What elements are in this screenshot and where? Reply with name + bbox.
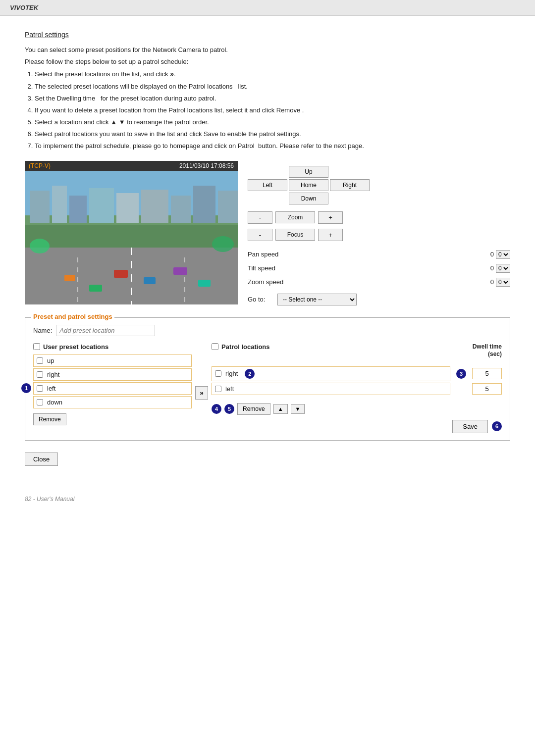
zoom-row: - Zoom +: [248, 211, 510, 224]
patrol-up-arrow-button[interactable]: ▲: [273, 404, 288, 414]
close-button[interactable]: Close: [25, 453, 58, 466]
pan-speed-value: 0 0123: [474, 250, 510, 259]
camera-header: (TCP-V) 2011/03/10 17:08:56: [25, 161, 238, 171]
instructions: You can select some preset positions for…: [25, 45, 510, 152]
svg-rect-6: [89, 188, 114, 223]
item-left-label: left: [47, 385, 55, 392]
save-row: Save 6: [212, 420, 502, 433]
user-col-header: User preset locations: [33, 343, 192, 351]
zoom-speed-row: Zoom speed 0 0123: [248, 278, 510, 287]
item-left-checkbox[interactable]: [37, 385, 43, 392]
tilt-speed-select[interactable]: 0123: [496, 264, 510, 273]
patrol-right-checkbox[interactable]: [215, 370, 221, 377]
svg-rect-7: [116, 193, 139, 223]
preset-columns: 1 User preset locations up right le: [33, 343, 502, 433]
camera-timestamp: 2011/03/10 17:08:56: [179, 162, 234, 169]
goto-label: Go to:: [248, 296, 277, 303]
name-label: Name:: [33, 327, 52, 334]
zoom-minus-button[interactable]: -: [248, 211, 272, 224]
item-down-checkbox[interactable]: [37, 399, 43, 405]
svg-rect-8: [141, 190, 168, 223]
svg-rect-20: [64, 275, 75, 281]
pan-speed-select[interactable]: 0123: [496, 250, 510, 259]
patrol-down-arrow-button[interactable]: ▼: [291, 404, 305, 414]
save-button[interactable]: Save: [452, 420, 488, 433]
focus-plus-button[interactable]: +: [318, 229, 343, 241]
patrol-left-checkbox[interactable]: [215, 386, 221, 392]
camera-image: [25, 171, 238, 304]
zoom-speed-select[interactable]: 0123: [496, 278, 510, 287]
forward-arrow-col: »: [192, 343, 212, 433]
step-4: If you want to delete a preset location …: [35, 105, 510, 116]
ptz-right-button[interactable]: Right: [330, 179, 370, 191]
patrol-col: Patrol locations Dwell time(sec) right 2…: [212, 343, 502, 433]
svg-rect-5: [69, 196, 87, 223]
tilt-speed-value: 0 0123: [474, 264, 510, 273]
footer-text: 82 - User's Manual: [25, 496, 74, 503]
list-item: down: [33, 396, 192, 408]
forward-button[interactable]: »: [195, 386, 208, 400]
steps-list: Select the preset locations on the list,…: [35, 68, 510, 151]
zoom-speed-label: Zoom speed: [248, 278, 307, 286]
ptz-left-button[interactable]: Left: [248, 179, 287, 191]
name-input[interactable]: [56, 325, 155, 336]
ptz-home-button[interactable]: Home: [289, 179, 328, 191]
item-up-label: up: [47, 357, 54, 364]
svg-rect-18: [89, 285, 102, 292]
badge-1: 1: [21, 383, 31, 393]
tilt-speed-label: Tilt speed: [248, 264, 307, 272]
page-header: VIVOTEK: [0, 0, 535, 16]
user-col-checkbox[interactable]: [33, 343, 40, 350]
step-3: Set the Dwelling time for the preset loc…: [35, 93, 510, 104]
dwell-left-input[interactable]: [472, 383, 502, 395]
svg-point-22: [30, 239, 50, 253]
pan-speed-row: Pan speed 0 0123: [248, 250, 510, 259]
item-up-checkbox[interactable]: [37, 357, 43, 364]
list-item: up: [33, 354, 192, 367]
svg-rect-21: [198, 280, 211, 287]
tilt-speed-num: 0: [474, 264, 494, 272]
step-2: The selected preset locations will be di…: [35, 81, 510, 92]
item-down-label: down: [47, 399, 62, 406]
intro2: Please follow the steps below to set up …: [25, 56, 510, 67]
page-footer: 82 - User's Manual: [0, 486, 535, 512]
list-item: left: [33, 382, 192, 395]
ptz-up-button[interactable]: Up: [289, 166, 328, 178]
goto-select[interactable]: -- Select one --: [277, 294, 357, 305]
camera-svg: [25, 171, 238, 304]
focus-minus-button[interactable]: -: [248, 229, 272, 241]
preset-name-row: Name:: [33, 325, 502, 336]
item-right-checkbox[interactable]: [37, 371, 43, 378]
patrol-col-checkbox[interactable]: [212, 343, 218, 350]
dwell-time-header: Dwell time(sec): [473, 343, 502, 358]
camera-feed: (TCP-V) 2011/03/10 17:08:56: [25, 161, 238, 305]
svg-rect-19: [173, 267, 187, 275]
svg-rect-4: [52, 186, 67, 223]
intro1: You can select some preset positions for…: [25, 45, 510, 55]
preset-box: Preset and patrol settings Name: 1 User …: [25, 317, 510, 441]
svg-rect-10: [193, 186, 215, 223]
badge-2: 2: [245, 369, 255, 379]
user-remove-button[interactable]: Remove: [33, 413, 66, 425]
section-title: Patrol settings: [25, 31, 510, 39]
patrol-item-row: right 2 3: [212, 366, 502, 381]
tilt-speed-row: Tilt speed 0 0123: [248, 264, 510, 273]
step-7: To implement the patrol schedule, please…: [35, 141, 510, 151]
step-5: Select a location and click ▲ ▼ to rearr…: [35, 117, 510, 128]
user-col-bottom: Remove: [33, 413, 192, 425]
patrol-col-bottom: 4 5 Remove ▲ ▼: [212, 403, 502, 415]
svg-rect-11: [218, 191, 238, 223]
dwell-right-input[interactable]: [472, 368, 502, 379]
focus-row: - Focus +: [248, 229, 510, 241]
patrol-remove-button[interactable]: Remove: [237, 403, 270, 415]
ptz-down-button[interactable]: Down: [289, 193, 328, 204]
pan-speed-num: 0: [474, 251, 494, 258]
badge-6: 6: [492, 421, 502, 431]
zoom-plus-button[interactable]: +: [318, 211, 343, 224]
preset-box-title: Preset and patrol settings: [31, 313, 114, 320]
pan-speed-label: Pan speed: [248, 251, 307, 258]
user-col-header-label: User preset locations: [43, 343, 108, 351]
goto-row: Go to: -- Select one --: [248, 294, 510, 305]
svg-rect-3: [30, 191, 50, 223]
patrol-col-header-label: Patrol locations: [221, 343, 270, 351]
